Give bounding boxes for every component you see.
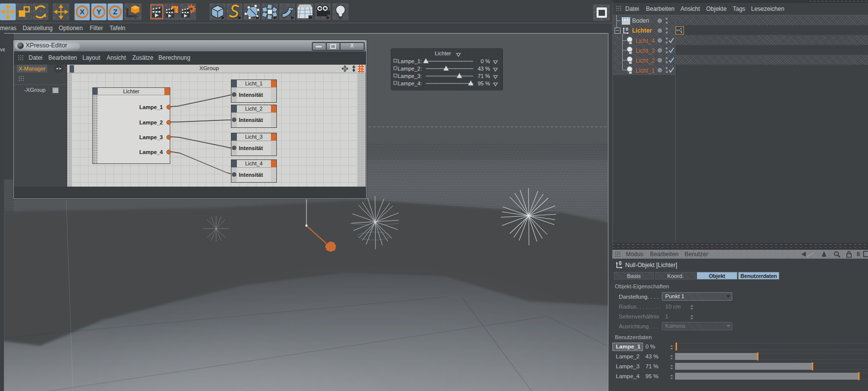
svg-text:0: 0	[619, 261, 622, 266]
svg-text:Z: Z	[113, 7, 117, 16]
svg-text:Y: Y	[96, 7, 101, 16]
svg-text:8: 8	[857, 251, 860, 258]
svg-text:X: X	[79, 7, 84, 16]
